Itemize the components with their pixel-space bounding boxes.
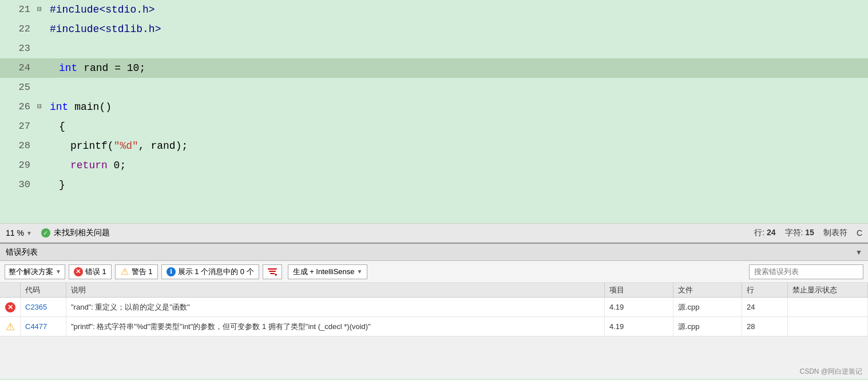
collapse-27 xyxy=(37,117,47,136)
collapse-24 xyxy=(37,58,47,78)
warning-filter-button[interactable]: ⚠ 警告 1 xyxy=(115,264,158,279)
line-content-24: int rand = 10; xyxy=(47,58,145,78)
error-line-1: 24 xyxy=(742,298,788,316)
error-table: 代码 说明 项目 文件 行 禁止显示状态 ✕ C2365 "rand": 重定义… xyxy=(0,283,868,379)
collapse-23 xyxy=(37,39,47,58)
tab-label: 制表符 xyxy=(823,228,847,238)
error-btn-label: 错误 1 xyxy=(85,267,106,277)
line-content-28: printf("%d", rand); xyxy=(47,136,188,156)
code-editor: 21 ⊟ #include<stdio.h> 22 #include<stdli… xyxy=(0,0,868,223)
collapse-25 xyxy=(37,78,47,97)
build-arrow-icon: ▼ xyxy=(357,268,363,275)
error-list-panel: 错误列表 ▼ 整个解决方案 ▼ ✕ 错误 1 ⚠ 警告 1 ℹ 展示 1 个消息… xyxy=(0,243,868,379)
warning-row-icon-2: ⚠ xyxy=(6,320,15,333)
search-error-input[interactable] xyxy=(749,264,863,279)
code-line-25: 25 xyxy=(0,78,868,97)
col-header-code[interactable]: 代码 xyxy=(21,283,66,297)
line-number-25: 25 xyxy=(3,78,37,97)
row-type-icon-2: ⚠ xyxy=(0,317,21,336)
error-code-1[interactable]: C2365 xyxy=(21,298,66,316)
warning-project-2: 4.19 xyxy=(605,317,673,336)
table-header: 代码 说明 项目 文件 行 禁止显示状态 xyxy=(0,283,868,298)
warning-file-2: 源.cpp xyxy=(673,317,742,336)
col-header-icon xyxy=(0,283,21,297)
code-line-21: 21 ⊟ #include<stdio.h> xyxy=(0,0,868,19)
error-project-1: 4.19 xyxy=(605,298,673,316)
collapse-30 xyxy=(37,175,47,195)
error-circle-icon: ✕ xyxy=(74,267,83,276)
build-dropdown[interactable]: 生成 + IntelliSense ▼ xyxy=(288,264,368,279)
error-file-1: 源.cpp xyxy=(673,298,742,316)
warning-code-2[interactable]: C4477 xyxy=(21,317,66,336)
code-line-24: 24 int rand = 10; xyxy=(0,58,868,78)
warning-suppress-2 xyxy=(788,317,868,336)
code-line-29: 29 return 0; xyxy=(0,156,868,175)
line-content-26: int main() xyxy=(47,97,112,117)
line-label: 行: 24 xyxy=(754,228,775,238)
zoom-level: 11 % xyxy=(6,228,24,238)
col-header-suppress[interactable]: 禁止显示状态 xyxy=(788,283,868,297)
line-content-21: #include<stdio.h> xyxy=(47,0,155,19)
table-row[interactable]: ⚠ C4477 "printf": 格式字符串"%d"需要类型"int"的参数，… xyxy=(0,317,868,337)
issues-text: 未找到相关问题 xyxy=(54,228,110,238)
line-number-22: 22 xyxy=(3,19,37,39)
watermark: CSDN @阿白逆装记 xyxy=(799,367,862,377)
col-header-file[interactable]: 文件 xyxy=(673,283,742,297)
zoom-dropdown-icon[interactable]: ▼ xyxy=(26,230,32,236)
col-header-project[interactable]: 项目 xyxy=(605,283,673,297)
char-label: 字符: 15 xyxy=(785,228,814,238)
info-circle-icon: ℹ xyxy=(167,267,176,276)
line-content-27: { xyxy=(47,117,65,136)
error-row-icon-1: ✕ xyxy=(5,302,15,312)
zoom-control[interactable]: 11 % ▼ xyxy=(6,228,32,238)
line-number-30: 30 xyxy=(3,175,37,195)
panel-close-icon[interactable]: ▼ xyxy=(855,248,862,256)
warning-btn-label: 警告 1 xyxy=(132,267,153,277)
code-line-23: 23 xyxy=(0,39,868,58)
info-filter-button[interactable]: ℹ 展示 1 个消息中的 0 个 xyxy=(161,264,259,279)
filter-icon xyxy=(268,267,277,276)
code-line-28: 28 printf("%d", rand); xyxy=(0,136,868,156)
build-label: 生成 + IntelliSense xyxy=(293,267,355,277)
error-filter-button[interactable]: ✕ 错误 1 xyxy=(69,264,112,279)
filter-button[interactable] xyxy=(263,264,282,279)
code-line-26: 26 ⊟ int main() xyxy=(0,97,868,117)
code-line-27: 27 { xyxy=(0,117,868,136)
code-line-22: 22 #include<stdlib.h> xyxy=(0,19,868,39)
line-content-22: #include<stdlib.h> xyxy=(47,19,161,39)
error-suppress-1 xyxy=(788,298,868,316)
line-number-28: 28 xyxy=(3,136,37,156)
row-type-icon-1: ✕ xyxy=(0,298,21,316)
status-bar: 11 % ▼ ✓ 未找到相关问题 行: 24 字符: 15 制表符 C xyxy=(0,223,868,243)
line-number-23: 23 xyxy=(3,39,37,58)
col-header-line[interactable]: 行 xyxy=(742,283,788,297)
collapse-29 xyxy=(37,156,47,175)
error-list-title: 错误列表 xyxy=(6,247,38,258)
collapse-28 xyxy=(37,136,47,156)
status-right: 行: 24 字符: 15 制表符 C xyxy=(754,228,862,238)
scope-arrow-icon: ▼ xyxy=(56,268,61,275)
scope-dropdown[interactable]: 整个解决方案 ▼ xyxy=(5,264,65,279)
table-row[interactable]: ✕ C2365 "rand": 重定义；以前的定义是"函数" 4.19 源.cp… xyxy=(0,298,868,317)
error-toolbar: 整个解决方案 ▼ ✕ 错误 1 ⚠ 警告 1 ℹ 展示 1 个消息中的 0 个 … xyxy=(0,261,868,283)
issues-status: ✓ 未找到相关问题 xyxy=(41,228,745,238)
code-line-30: 30 } xyxy=(0,175,868,195)
line-number-29: 29 xyxy=(3,156,37,175)
line-content-30: } xyxy=(47,175,65,195)
collapse-22 xyxy=(37,19,47,39)
collapse-26[interactable]: ⊟ xyxy=(37,97,47,117)
line-content-29: return 0; xyxy=(47,156,126,175)
warning-triangle-icon: ⚠ xyxy=(120,267,129,276)
col-header-desc[interactable]: 说明 xyxy=(66,283,605,297)
line-number-24: 24 xyxy=(3,58,37,78)
info-btn-label: 展示 1 个消息中的 0 个 xyxy=(178,267,254,277)
no-issues-icon: ✓ xyxy=(41,228,50,238)
warning-line-2: 28 xyxy=(742,317,788,336)
line-number-27: 27 xyxy=(3,117,37,136)
tab-end: C xyxy=(857,228,862,238)
warning-desc-2: "printf": 格式字符串"%d"需要类型"int"的参数，但可变参数 1 … xyxy=(66,317,605,336)
scope-label: 整个解决方案 xyxy=(9,267,53,277)
collapse-21[interactable]: ⊟ xyxy=(37,0,47,19)
line-number-26: 26 xyxy=(3,97,37,117)
line-number-21: 21 xyxy=(3,0,37,19)
